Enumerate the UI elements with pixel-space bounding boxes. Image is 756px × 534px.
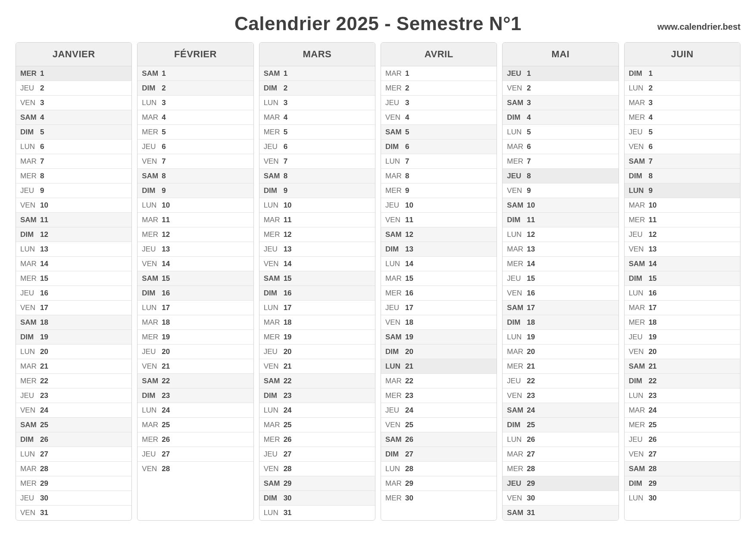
day-abbr: MER xyxy=(507,157,527,166)
day-number: 22 xyxy=(405,377,413,385)
day-abbr: VEN xyxy=(20,304,40,312)
day-number: 5 xyxy=(649,128,653,137)
day-abbr: LUN xyxy=(385,465,405,473)
day-number: 21 xyxy=(527,362,535,371)
day-number: 30 xyxy=(527,494,535,503)
day-number: 29 xyxy=(405,479,413,488)
day-cell: VEN25 xyxy=(381,418,497,432)
day-abbr: DIM xyxy=(142,186,162,195)
day-number: 30 xyxy=(40,494,48,503)
day-abbr: MER xyxy=(507,362,527,371)
day-abbr: LUN xyxy=(507,333,527,342)
day-abbr: JEU xyxy=(20,84,40,93)
day-number: 11 xyxy=(527,216,535,224)
day-abbr: LUN xyxy=(264,99,284,107)
day-abbr: DIM xyxy=(385,348,405,356)
day-cell: JEU20 xyxy=(137,345,253,359)
day-abbr: LUN xyxy=(629,186,649,195)
day-abbr: DIM xyxy=(142,84,162,93)
month-header: JUIN xyxy=(625,43,740,66)
day-abbr: MAR xyxy=(385,479,405,488)
day-cell: VEN30 xyxy=(503,491,618,506)
day-abbr: JEU xyxy=(264,450,284,459)
day-cell: MAR11 xyxy=(137,213,253,227)
day-abbr: DIM xyxy=(142,391,162,400)
day-number: 8 xyxy=(162,172,166,180)
day-number: 18 xyxy=(649,318,657,327)
day-cell: LUN31 xyxy=(259,506,375,520)
day-number: 12 xyxy=(527,230,535,239)
day-cell: MAR10 xyxy=(625,198,740,213)
day-cell: VEN23 xyxy=(503,388,618,403)
day-cell: MAR18 xyxy=(137,315,253,330)
day-cell: MAR4 xyxy=(137,110,253,125)
day-cell: SAM19 xyxy=(381,330,497,345)
day-abbr: MER xyxy=(20,69,40,78)
day-number: 22 xyxy=(527,377,535,385)
day-cell: JEU15 xyxy=(503,271,618,286)
day-cell: MER9 xyxy=(381,183,497,198)
day-number: 19 xyxy=(649,333,657,342)
day-abbr: LUN xyxy=(264,304,284,312)
day-abbr: JEU xyxy=(264,245,284,254)
day-number: 15 xyxy=(405,274,413,283)
day-number: 25 xyxy=(284,421,292,429)
day-abbr: SAM xyxy=(142,69,162,78)
day-abbr: MER xyxy=(142,435,162,444)
day-cell: VEN9 xyxy=(503,183,618,198)
day-cell: SAM25 xyxy=(16,418,131,432)
day-number: 26 xyxy=(40,435,48,444)
day-cell: VEN2 xyxy=(503,81,618,96)
day-cell: MAR7 xyxy=(16,154,131,169)
day-abbr: DIM xyxy=(507,216,527,224)
day-abbr: JEU xyxy=(20,391,40,400)
day-number: 15 xyxy=(284,274,292,283)
day-number: 26 xyxy=(649,435,657,444)
day-cell: JEU17 xyxy=(381,301,497,315)
day-abbr: SAM xyxy=(507,304,527,312)
day-number: 21 xyxy=(40,362,48,371)
day-cell: MAR22 xyxy=(381,374,497,388)
day-cell: JEU26 xyxy=(625,432,740,447)
day-number: 24 xyxy=(527,406,535,415)
day-number: 14 xyxy=(649,260,657,268)
day-cell: VEN10 xyxy=(16,198,131,213)
day-abbr: LUN xyxy=(385,362,405,371)
day-cell: SAM7 xyxy=(625,154,740,169)
day-number: 15 xyxy=(527,274,535,283)
day-abbr: MER xyxy=(629,421,649,429)
day-cell: MER5 xyxy=(259,125,375,140)
day-number: 6 xyxy=(649,143,653,151)
day-cell: DIM20 xyxy=(381,345,497,359)
day-number: 27 xyxy=(40,450,48,459)
day-cell: DIM12 xyxy=(16,227,131,242)
day-abbr: DIM xyxy=(507,421,527,429)
day-cell: MER30 xyxy=(381,491,497,506)
day-cell: DIM1 xyxy=(625,66,740,81)
day-cell: DIM6 xyxy=(381,140,497,154)
day-cell: MAR15 xyxy=(381,271,497,286)
day-abbr: MAR xyxy=(142,421,162,429)
day-abbr: VEN xyxy=(264,157,284,166)
day-cell: MER23 xyxy=(381,388,497,403)
day-abbr: MAR xyxy=(264,216,284,224)
day-cell: VEN20 xyxy=(625,345,740,359)
day-abbr: JEU xyxy=(507,377,527,385)
day-number: 9 xyxy=(405,186,409,195)
month-column: MAIJEU1VEN2SAM3DIM4LUN5MAR6MER7JEU8VEN9S… xyxy=(502,42,619,521)
day-cell: DIM11 xyxy=(503,213,618,227)
day-abbr: VEN xyxy=(507,494,527,503)
day-abbr: VEN xyxy=(20,406,40,415)
day-number: 12 xyxy=(284,230,292,239)
day-cell: SAM3 xyxy=(503,96,618,110)
day-abbr: JEU xyxy=(385,304,405,312)
day-number: 13 xyxy=(162,245,170,254)
day-number: 16 xyxy=(40,289,48,298)
site-url: www.calendrier.best xyxy=(657,22,740,32)
day-number: 3 xyxy=(527,99,531,107)
day-abbr: MAR xyxy=(629,304,649,312)
day-number: 16 xyxy=(527,289,535,298)
month-column: MARSSAM1DIM2LUN3MAR4MER5JEU6VEN7SAM8DIM9… xyxy=(259,42,375,521)
day-number: 23 xyxy=(649,391,657,400)
month-column: JANVIERMER1JEU2VEN3SAM4DIM5LUN6MAR7MER8J… xyxy=(16,42,132,521)
